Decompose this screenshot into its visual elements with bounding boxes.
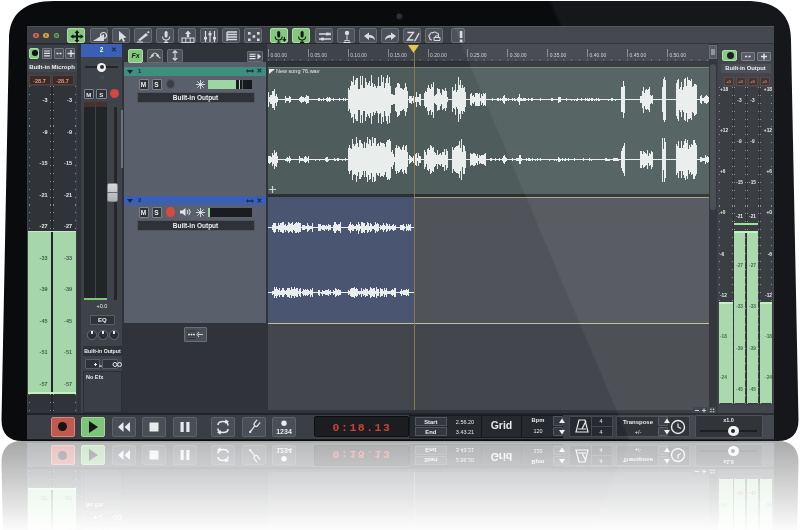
svg-text:1234: 1234 [276,427,292,434]
